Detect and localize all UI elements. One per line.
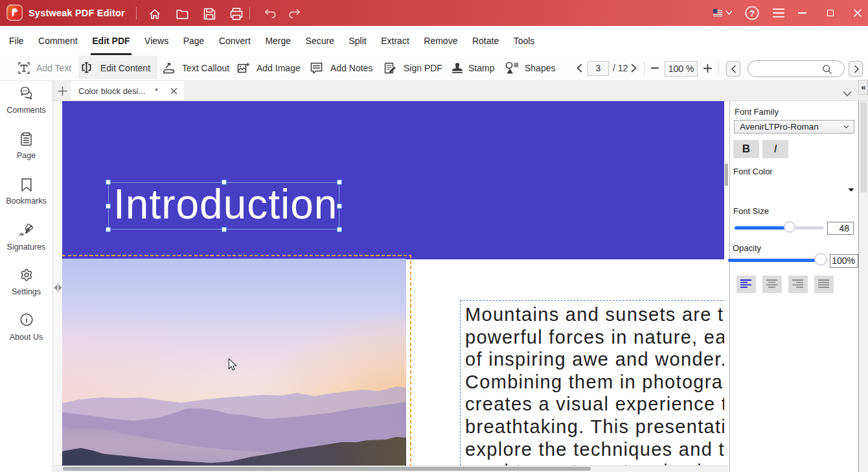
svg-text:?: ?	[749, 8, 755, 18]
